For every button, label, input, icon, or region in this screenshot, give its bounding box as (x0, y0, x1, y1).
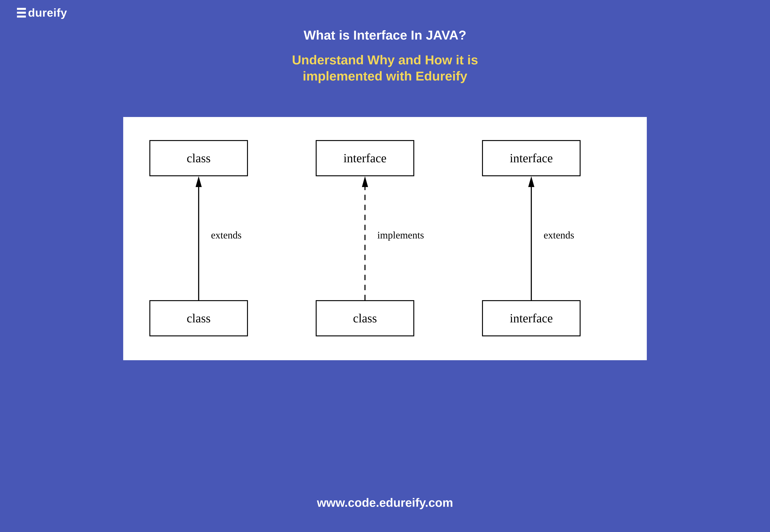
uml-box-bottom: interface (482, 300, 581, 336)
diagram-inner: class extends class interface implements… (123, 117, 647, 360)
relation-class-implements-interface: interface implements class (316, 140, 454, 337)
subtitle-line-2: implemented with Edureify (0, 68, 770, 84)
uml-box-bottom: class (316, 300, 414, 336)
relation-class-extends-class: class extends class (149, 140, 288, 337)
uml-box-bottom: class (149, 300, 248, 336)
uml-box-top: interface (316, 140, 414, 176)
page-subtitle: Understand Why and How it is implemented… (0, 52, 770, 84)
arrow-solid-icon (528, 176, 534, 300)
subtitle-line-1: Understand Why and How it is (0, 52, 770, 68)
svg-marker-5 (528, 176, 534, 187)
arrow-solid-icon (195, 176, 202, 300)
diagram-panel: class extends class interface implements… (123, 117, 647, 360)
arrow-label: extends (211, 229, 242, 241)
brand-logo: dureify (17, 6, 67, 19)
uml-box-top: class (149, 140, 248, 176)
arrow-label: implements (377, 229, 424, 241)
logo-text: dureify (28, 6, 67, 19)
svg-marker-3 (362, 176, 368, 187)
arrow-dashed-icon (362, 176, 368, 300)
relation-interface-extends-interface: interface extends interface (482, 140, 621, 337)
uml-box-top: interface (482, 140, 581, 176)
arrow-label: extends (544, 229, 574, 241)
logo-bars-icon (17, 8, 26, 18)
page-title: What is Interface In JAVA? (0, 28, 770, 43)
footer-url: www.code.edureify.com (0, 496, 770, 510)
header: What is Interface In JAVA? Understand Wh… (0, 28, 770, 84)
svg-marker-1 (195, 176, 202, 187)
